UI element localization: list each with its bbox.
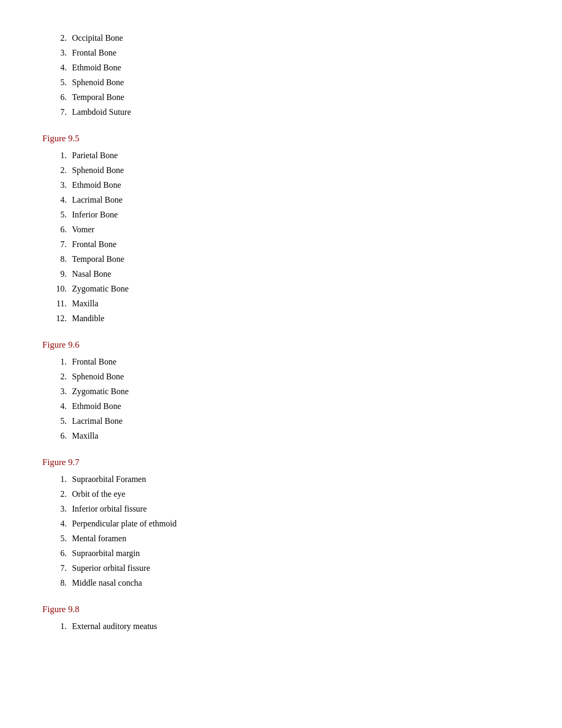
list-item: Mandible — [69, 312, 520, 325]
list-item: Sphenoid Bone — [69, 76, 520, 89]
list-item: Supraorbital margin — [69, 547, 520, 560]
list-item: Supraorbital Foramen — [69, 473, 520, 486]
list-item: Frontal Bone — [69, 47, 520, 59]
list-item: Zygomatic Bone — [69, 283, 520, 295]
page-content: Occipital Bone Frontal Bone Ethmoid Bone… — [42, 32, 520, 633]
list-item: Inferior Bone — [69, 208, 520, 221]
figure-9-6-heading: Figure 9.6 — [42, 340, 520, 350]
list-item: Maxilla — [69, 297, 520, 310]
list-item: External auditory meatus — [69, 620, 520, 633]
list-item: Ethmoid Bone — [69, 61, 520, 74]
figure-9-5-list: Parietal Bone Sphenoid Bone Ethmoid Bone… — [42, 149, 520, 325]
list-item: Orbit of the eye — [69, 488, 520, 501]
list-item: Lambdoid Suture — [69, 106, 520, 119]
figure-9-8-heading: Figure 9.8 — [42, 604, 520, 615]
list-item: Frontal Bone — [69, 238, 520, 251]
intro-list: Occipital Bone Frontal Bone Ethmoid Bone… — [42, 32, 520, 119]
section-figure-9-5: Figure 9.5 Parietal Bone Sphenoid Bone E… — [42, 133, 520, 325]
list-item: Temporal Bone — [69, 91, 520, 104]
list-item: Ethmoid Bone — [69, 400, 520, 413]
list-item: Nasal Bone — [69, 268, 520, 280]
list-item: Frontal Bone — [69, 356, 520, 368]
list-item: Ethmoid Bone — [69, 179, 520, 192]
section-figure-9-8: Figure 9.8 External auditory meatus — [42, 604, 520, 633]
list-item: Mental foramen — [69, 532, 520, 545]
list-item: Occipital Bone — [69, 32, 520, 44]
list-item: Zygomatic Bone — [69, 385, 520, 398]
figure-9-6-list: Frontal Bone Sphenoid Bone Zygomatic Bon… — [42, 356, 520, 442]
section-figure-9-7: Figure 9.7 Supraorbital Foramen Orbit of… — [42, 457, 520, 589]
list-item: Temporal Bone — [69, 253, 520, 266]
list-item: Perpendicular plate of ethmoid — [69, 517, 520, 530]
list-item: Parietal Bone — [69, 149, 520, 162]
list-item: Superior orbital fissure — [69, 562, 520, 575]
section-figure-9-6: Figure 9.6 Frontal Bone Sphenoid Bone Zy… — [42, 340, 520, 442]
list-item: Sphenoid Bone — [69, 164, 520, 177]
list-item: Maxilla — [69, 430, 520, 442]
figure-9-7-list: Supraorbital Foramen Orbit of the eye In… — [42, 473, 520, 589]
figure-9-8-list: External auditory meatus — [42, 620, 520, 633]
section-intro: Occipital Bone Frontal Bone Ethmoid Bone… — [42, 32, 520, 119]
figure-9-7-heading: Figure 9.7 — [42, 457, 520, 468]
list-item: Middle nasal concha — [69, 577, 520, 589]
list-item: Sphenoid Bone — [69, 370, 520, 383]
figure-9-5-heading: Figure 9.5 — [42, 133, 520, 144]
list-item: Lacrimal Bone — [69, 194, 520, 206]
list-item: Lacrimal Bone — [69, 415, 520, 427]
list-item: Vomer — [69, 223, 520, 236]
list-item: Inferior orbital fissure — [69, 503, 520, 515]
